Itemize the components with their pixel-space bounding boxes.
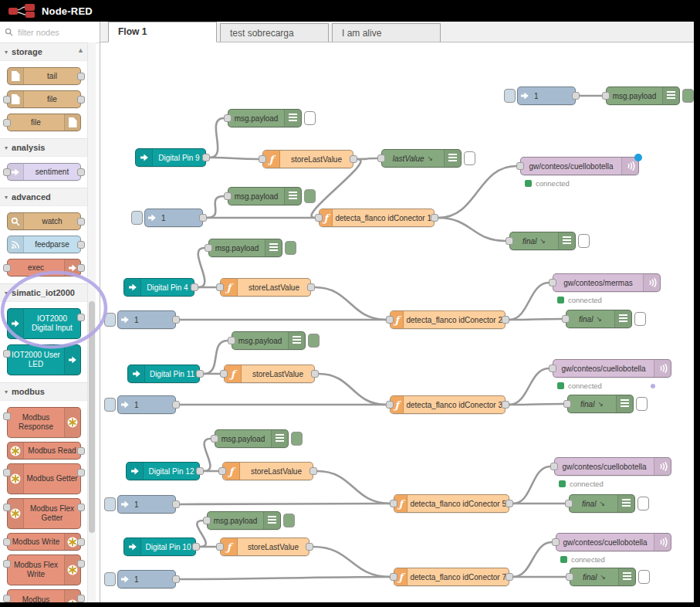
output-port[interactable] xyxy=(77,73,85,80)
output-port[interactable] xyxy=(77,504,85,511)
palette-node-tail[interactable]: tail xyxy=(7,67,81,85)
output-port[interactable] xyxy=(191,283,198,291)
palette-node-iot2000-user-led[interactable]: IOT2000 User LED xyxy=(7,344,81,375)
input-port[interactable] xyxy=(552,538,560,546)
function-node-storelastvalue[interactable]: ƒstoreLastValue xyxy=(222,462,313,480)
palette-node-modbus-getter[interactable]: Modbus Getter xyxy=(7,463,81,494)
inject-node-1[interactable]: 1 xyxy=(117,495,176,514)
output-port[interactable] xyxy=(506,573,513,581)
debug-toggle-button[interactable] xyxy=(578,234,590,248)
palette-scrollbar[interactable] xyxy=(87,42,96,602)
input-port[interactable] xyxy=(377,154,385,162)
output-port[interactable] xyxy=(196,467,204,475)
debug-node-msg-payload[interactable]: msg.payload xyxy=(232,331,306,350)
inject-node-1[interactable]: 1 xyxy=(117,570,176,588)
palette-node-file[interactable]: file xyxy=(7,90,81,108)
input-port[interactable] xyxy=(218,467,226,475)
output-port[interactable] xyxy=(77,218,85,226)
debug-toggle-button[interactable] xyxy=(636,397,648,411)
iot-node-digital-pin-4[interactable]: Digital Pin 4 xyxy=(123,278,194,297)
output-port[interactable] xyxy=(306,543,313,551)
function-node-storelastvalue[interactable]: ƒstoreLastValue xyxy=(262,150,353,168)
inject-button[interactable] xyxy=(504,89,516,103)
input-port[interactable] xyxy=(315,214,323,222)
palette-node-file[interactable]: file xyxy=(7,114,81,131)
iot-node-digital-pin-9[interactable]: Digital Pin 9 xyxy=(135,148,206,167)
inject-button[interactable] xyxy=(104,497,116,511)
input-port[interactable] xyxy=(3,168,11,176)
output-port[interactable] xyxy=(77,314,85,321)
output-port[interactable] xyxy=(172,401,180,409)
input-port[interactable] xyxy=(386,401,394,409)
debug-node-msg-payload[interactable]: msg.payload xyxy=(606,86,680,105)
input-port[interactable] xyxy=(205,244,212,252)
palette-node-sentiment[interactable]: sentiment xyxy=(7,163,81,181)
inject-node-1[interactable]: 1 xyxy=(117,310,176,329)
debug-node-final[interactable]: final↘ xyxy=(570,568,636,586)
input-port[interactable] xyxy=(563,400,571,408)
debug-toggle-button[interactable] xyxy=(682,89,694,103)
input-port[interactable] xyxy=(506,237,513,245)
inject-button[interactable] xyxy=(131,211,143,225)
input-port[interactable] xyxy=(602,92,610,100)
iot-node-digital-pin-10[interactable]: Digital Pin 10 xyxy=(123,537,196,556)
input-port[interactable] xyxy=(516,162,524,170)
output-port[interactable] xyxy=(506,500,513,507)
function-node-storelastvalue[interactable]: ƒstoreLastValue xyxy=(224,365,315,383)
palette-node-modbus-flex-write[interactable]: Modbus Flex Write xyxy=(7,554,81,585)
input-port[interactable] xyxy=(3,504,11,511)
output-port[interactable] xyxy=(502,316,509,324)
input-port[interactable] xyxy=(203,517,211,524)
debug-node-final[interactable]: final↘ xyxy=(569,494,635,513)
inject-node-1[interactable]: 1 xyxy=(517,86,576,105)
scrollbar-thumb[interactable] xyxy=(89,301,95,533)
debug-toggle-button[interactable] xyxy=(464,151,475,165)
filter-nodes-input[interactable] xyxy=(16,27,89,38)
output-port[interactable] xyxy=(77,168,85,176)
input-port[interactable] xyxy=(220,370,228,378)
palette-node-modbus-response[interactable]: Modbus Response xyxy=(7,407,81,438)
output-port[interactable] xyxy=(77,447,85,455)
debug-node-final[interactable]: final↘ xyxy=(509,232,576,250)
input-port[interactable] xyxy=(224,192,232,200)
palette-node-modbus-flex-getter[interactable]: Modbus Flex Getter xyxy=(7,498,81,529)
output-port[interactable] xyxy=(77,595,85,602)
input-port[interactable] xyxy=(228,337,235,344)
output-port[interactable] xyxy=(572,92,580,100)
output-port[interactable] xyxy=(172,316,180,324)
tab-i-am-alive[interactable]: I am alive xyxy=(332,23,441,42)
input-port[interactable] xyxy=(390,500,397,507)
mqtt-node-gw-conteos-cuellobotella[interactable]: gw/conteos/cuellobotellaconnected xyxy=(553,359,671,378)
output-port[interactable] xyxy=(172,575,180,583)
input-port[interactable] xyxy=(3,538,11,546)
input-port[interactable] xyxy=(224,114,232,122)
debug-node-msg-payload[interactable]: msg.payload xyxy=(228,109,302,127)
function-node-detecta-flanco-idconector-7[interactable]: ƒdetecta_flanco idConector 7 xyxy=(394,568,509,586)
debug-toggle-button[interactable] xyxy=(304,111,316,125)
output-port[interactable] xyxy=(77,560,85,568)
input-port[interactable] xyxy=(549,365,556,372)
inject-button[interactable] xyxy=(104,398,116,412)
output-port[interactable] xyxy=(172,500,180,508)
output-port[interactable] xyxy=(350,155,357,163)
input-port[interactable] xyxy=(386,316,394,324)
input-port[interactable] xyxy=(3,350,11,358)
input-port[interactable] xyxy=(3,119,11,127)
input-port[interactable] xyxy=(549,279,556,287)
output-port[interactable] xyxy=(77,469,85,476)
input-port[interactable] xyxy=(565,500,573,507)
debug-node-lastvalue[interactable]: lastValue↘ xyxy=(381,149,462,168)
debug-toggle-button[interactable] xyxy=(285,241,296,255)
output-port[interactable] xyxy=(502,401,509,409)
input-port[interactable] xyxy=(211,435,218,443)
input-port[interactable] xyxy=(259,155,266,163)
function-node-detecta-flanco-idconector-2[interactable]: ƒdetecta_flanco idConector 2 xyxy=(390,310,506,329)
output-port[interactable] xyxy=(307,283,315,291)
input-port[interactable] xyxy=(390,573,397,581)
mqtt-node-gw-conteos-cuellobotella[interactable]: gw/conteos/cuellobotellaconnected xyxy=(520,157,639,175)
mqtt-node-gw-conteos-cuellobotella[interactable]: gw/conteos/cuellobotellaconnected xyxy=(556,533,671,551)
input-port[interactable] xyxy=(3,96,11,103)
palette-section-header-storage[interactable]: ▾storage xyxy=(0,42,87,61)
palette-node-iot2000-digital-input[interactable]: IOT2000 Digital Input xyxy=(7,308,81,339)
output-port[interactable] xyxy=(77,538,85,546)
